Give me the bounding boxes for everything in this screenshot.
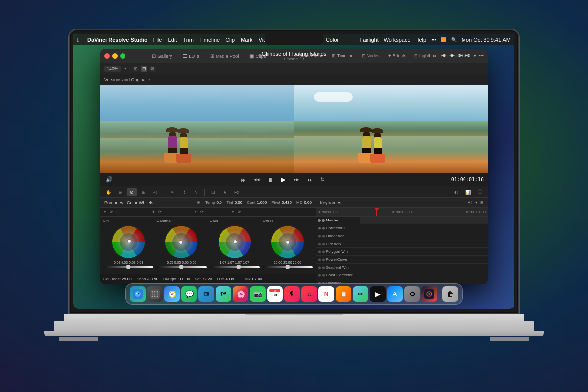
bezier-tool[interactable]: ⌇ [179,188,189,196]
nodes-button[interactable]: ⊡ Nodes [359,52,382,59]
help-menu[interactable]: Help [416,37,427,43]
dock-item-appstore[interactable]: A [387,286,403,302]
more-options-icon[interactable]: ••• [479,53,484,58]
search-icon[interactable]: 🔍 [451,37,457,42]
dock-item-safari[interactable]: 🧭 [164,286,180,302]
offset-slider[interactable] [263,266,313,268]
color-menu[interactable]: Color [326,37,339,43]
view-mode-1[interactable]: ⊞ [132,66,139,72]
dock-item-mail[interactable]: ✉ [198,286,214,302]
effects-button[interactable]: ✦ Effects [385,52,409,59]
lift-slider[interactable] [103,266,153,268]
timeline-view-button[interactable]: ⊞ Timeline [329,52,356,59]
dock-item-photos[interactable]: 🌸 [233,286,248,302]
wheel-mode-5[interactable]: ✦ [194,210,197,214]
versions-chevron[interactable]: ▾ [148,77,150,82]
apple-menu[interactable]:  [77,37,79,43]
skip-to-start-button[interactable]: ⏮ [239,176,247,184]
file-menu[interactable]: File [153,37,162,43]
dock-item-finder[interactable] [130,286,146,302]
kf-expand-icon[interactable]: ⊞ [480,200,484,205]
shad-value[interactable]: -38.50 [147,277,158,281]
col-boost-value[interactable]: 25.00 [122,277,132,281]
gamma-wheel[interactable] [164,224,199,260]
wheel-mode-3[interactable]: ✦ [152,210,155,214]
timeline-menu[interactable]: Timeline [199,37,220,43]
kf-filter-dropdown[interactable]: ▾ [475,200,477,205]
media-pool-button[interactable]: ⊞ Media Pool [208,52,242,60]
dock-item-freeform[interactable]: ✏ [353,286,368,302]
dock-item-systemprefs[interactable]: ⚙ [404,286,420,302]
timecode-dropdown-icon[interactable]: ▾ [474,53,476,58]
dock-item-news[interactable]: N [318,286,334,302]
audio-toggle[interactable]: 🔊 [104,175,114,184]
highlight-tool[interactable]: ◐ [451,188,461,196]
edit-menu[interactable]: Edit [168,37,177,43]
dock-item-appletv[interactable]: ▶ [370,286,386,302]
lmix-value[interactable]: 87.40 [252,277,262,281]
crop-tool[interactable]: ⊞ [139,188,148,196]
hilight-value[interactable]: 100.00 [178,277,190,281]
dock-item-launchpad[interactable] [147,286,163,302]
wheel-mode-6[interactable]: ⟳ [200,210,204,214]
md-value[interactable]: 0.00 [304,200,312,205]
wheel-mode-2[interactable]: ⊙ [116,210,120,214]
wheel-mode-8[interactable]: ⟳ [238,210,241,214]
dock-item-calendar[interactable]: 30 30 [267,286,283,302]
step-back-button[interactable]: ◂◂ [252,175,261,184]
gallery-button[interactable]: ⊡ Gallery [149,52,174,60]
temp-value[interactable]: 0.0 [216,200,221,205]
stop-button[interactable]: ⏹ [266,176,274,184]
dock-item-davinci[interactable] [421,286,437,302]
window-maximize-button[interactable] [120,53,125,59]
view-mode-3[interactable]: ⊠ [149,66,156,72]
play-button[interactable]: ▶ [279,175,287,184]
offset-wheel[interactable] [270,224,305,260]
bspline-tool[interactable]: ∿ [191,188,201,196]
mask-tool[interactable]: ◎ [150,188,160,196]
wheel-mode-1[interactable]: ⟳ [110,210,113,214]
lightbox-button[interactable]: ⊟ Lightbox [412,52,439,59]
info-tool[interactable]: ⓘ [475,188,485,196]
zoom-dropdown[interactable]: ▾ [124,66,126,71]
pivot-value[interactable]: 0.435 [282,200,292,205]
view-mode-2[interactable]: ⊟ [141,66,147,72]
skip-to-end-button[interactable]: ⏭ [306,176,314,184]
hand-tool[interactable]: ✋ [103,188,113,196]
sat-value[interactable]: 72.20 [202,277,212,281]
scope-tool[interactable]: 📊 [463,188,473,196]
hue-value[interactable]: 49.60 [225,277,235,281]
fx-tool[interactable]: Fx [232,188,242,196]
gain-wheel[interactable] [217,224,252,260]
draw-tool[interactable]: ✏ [168,188,177,196]
dock-item-maps[interactable]: 🗺 [216,286,231,302]
app-name-menu[interactable]: DaVinci Resolve Studio [87,37,147,43]
gain-slider[interactable] [210,266,260,268]
versions-label[interactable]: Versions and Original [104,77,147,82]
window-minimize-button[interactable] [112,53,118,59]
loop-button[interactable]: ↻ [319,175,326,184]
transform-tool[interactable]: ⊕ [115,188,125,196]
step-forward-button[interactable]: ▸▸ [292,175,301,184]
window-close-button[interactable] [104,53,110,59]
magic-mask-tool[interactable]: ★ [220,188,230,196]
wheel-mode-7[interactable]: ✦ [231,210,235,214]
dock-item-podcasts[interactable]: 🎙 [284,286,300,302]
tracker-tool[interactable]: ⊡ [208,188,218,196]
workspace-menu[interactable]: Workspace [384,37,411,43]
fairlight-menu[interactable]: Fairlight [360,37,379,43]
color-tool[interactable]: ⊙ [127,188,137,196]
cont-value[interactable]: 1.000 [257,200,267,205]
dock-item-music[interactable]: ♫ [301,286,317,302]
dock-item-reminders[interactable]: 📋 [336,286,351,302]
dock-item-trash[interactable]: 🗑 [442,286,458,302]
tint-value[interactable]: 0.00 [235,200,243,205]
gamma-slider[interactable] [156,266,206,268]
trim-menu[interactable]: Trim [183,37,194,43]
clip-menu[interactable]: Clip [225,37,235,43]
dock-item-messages[interactable]: 💬 [181,286,197,302]
wheel-reset-icon[interactable]: ✦ [103,210,107,214]
luts-button[interactable]: ☰ LUTs [180,52,202,60]
lift-wheel[interactable] [111,224,146,260]
wheel-mode-4[interactable]: ⟳ [158,210,162,214]
